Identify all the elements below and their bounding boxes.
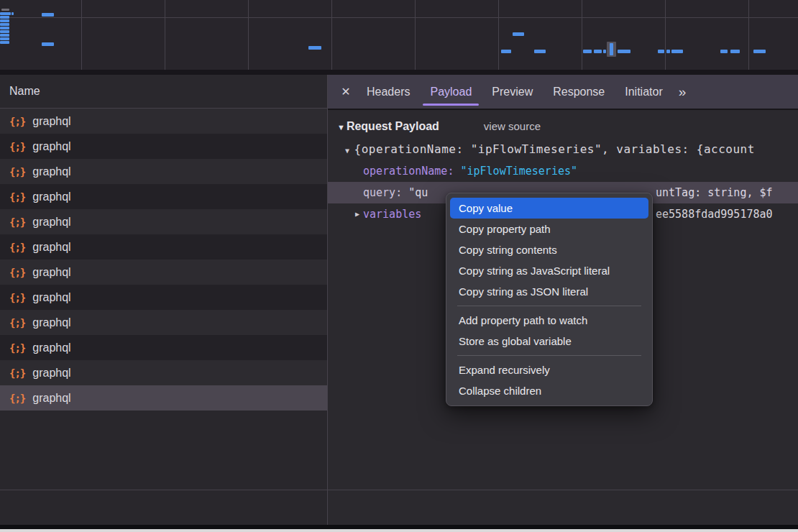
waterfall-gridline <box>331 0 332 70</box>
json-request-icon: {;} <box>9 393 25 404</box>
payload-root-row[interactable]: ▼{operationName: "ipFlowTimeseries", var… <box>328 139 798 160</box>
network-request-row[interactable]: {;}graphql <box>0 385 327 411</box>
waterfall-bar <box>534 50 546 53</box>
waterfall-bar <box>658 50 664 53</box>
details-tab-bar: ✕ HeadersPayloadPreviewResponseInitiator… <box>328 75 798 110</box>
menu-item-copy-string-as-javascript-literal[interactable]: Copy string as JavaScript literal <box>450 260 648 281</box>
json-request-icon: {;} <box>9 317 25 329</box>
network-request-row[interactable]: {;}graphql <box>0 360 327 385</box>
waterfall-gridline <box>415 0 416 70</box>
expand-caret-icon[interactable]: ▶ <box>355 203 359 225</box>
collapse-caret-icon[interactable]: ▼ <box>337 123 345 132</box>
waterfall-bar <box>0 34 9 37</box>
request-name-label: graphql <box>32 165 70 178</box>
json-request-icon: {;} <box>9 342 25 354</box>
request-name-label: graphql <box>32 291 70 304</box>
waterfall-bar <box>583 50 592 53</box>
waterfall-bar <box>0 30 9 33</box>
request-name-label: graphql <box>32 392 70 405</box>
tab-response[interactable]: Response <box>543 75 615 109</box>
requests-list: {;}graphql{;}graphql{;}graphql{;}graphql… <box>0 109 327 411</box>
network-request-row[interactable]: {;}graphql <box>0 159 327 184</box>
payload-root-preview: {operationName: "ipFlowTimeseries", vari… <box>354 142 755 156</box>
property-key: operationName: <box>363 165 454 178</box>
waterfall-bar <box>501 50 511 53</box>
tab-preview[interactable]: Preview <box>482 75 543 109</box>
requests-list-panel: Name {;}graphql{;}graphql{;}graphql{;}gr… <box>0 75 327 532</box>
request-name-label: graphql <box>32 191 70 203</box>
screenshot-bottom-edge <box>0 529 798 532</box>
waterfall-bar <box>0 41 9 44</box>
waterfall-gridline <box>165 0 165 70</box>
request-name-label: graphql <box>32 140 70 153</box>
name-column-label: Name <box>9 85 40 98</box>
menu-item-copy-string-contents[interactable]: Copy string contents <box>450 239 648 260</box>
waterfall-bar <box>1 9 9 11</box>
menu-divider <box>457 355 641 356</box>
menu-item-copy-string-as-json-literal[interactable]: Copy string as JSON literal <box>450 281 648 302</box>
tab-headers[interactable]: Headers <box>357 75 420 109</box>
waterfall-bar <box>513 32 524 36</box>
waterfall-bar <box>720 50 728 53</box>
menu-item-add-property-path-to-watch[interactable]: Add property path to watch <box>450 310 648 331</box>
waterfall-bar <box>730 50 740 53</box>
waterfall-bar <box>594 50 602 53</box>
waterfall-gridline <box>248 0 249 70</box>
waterfall-bar <box>0 12 11 15</box>
request-name-label: graphql <box>32 316 70 329</box>
close-icon[interactable]: ✕ <box>335 85 357 98</box>
expand-caret-icon[interactable]: ▼ <box>345 147 350 155</box>
waterfall-bar <box>0 16 9 19</box>
property-value-clipped: untTag: string, $f <box>656 182 773 203</box>
network-request-row[interactable]: {;}graphql <box>0 335 327 360</box>
json-request-icon: {;} <box>9 242 25 253</box>
view-source-link[interactable]: view source <box>484 120 541 132</box>
network-request-row[interactable]: {;}graphql <box>0 285 327 310</box>
waterfall-bar <box>308 46 321 50</box>
panel-splitter[interactable] <box>327 75 328 529</box>
details-tabs: HeadersPayloadPreviewResponseInitiator <box>357 75 673 109</box>
more-tabs-icon[interactable]: » <box>679 84 685 100</box>
json-request-icon: {;} <box>9 141 25 152</box>
menu-divider <box>457 306 641 306</box>
network-request-row[interactable]: {;}graphql <box>0 310 327 335</box>
waterfall-bar <box>610 43 613 55</box>
json-request-icon: {;} <box>9 267 25 278</box>
network-request-row[interactable]: {;}graphql <box>0 134 327 159</box>
context-menu: Copy valueCopy property pathCopy string … <box>446 193 653 406</box>
network-request-row[interactable]: {;}graphql <box>0 209 327 234</box>
network-request-row[interactable]: {;}graphql <box>0 184 327 209</box>
operation-name-row[interactable]: operationName: "ipFlowTimeseries" <box>328 160 798 182</box>
menu-item-store-as-global-variable[interactable]: Store as global variable <box>450 331 648 352</box>
devtools-network-panel: Name {;}graphql{;}graphql{;}graphql{;}gr… <box>0 0 798 532</box>
request-payload-title: Request Payload <box>347 120 439 133</box>
network-request-row[interactable]: {;}graphql <box>0 260 327 285</box>
request-name-label: graphql <box>32 367 70 380</box>
network-request-row[interactable]: {;}graphql <box>0 109 327 134</box>
tab-payload[interactable]: Payload <box>420 75 482 109</box>
waterfall-bar <box>0 23 9 26</box>
footer-divider <box>0 490 798 490</box>
waterfall-gridline <box>582 0 582 70</box>
json-request-icon: {;} <box>9 116 25 127</box>
waterfall-gridline <box>665 0 666 70</box>
property-value: "ipFlowTimeseries" <box>460 165 577 178</box>
waterfall-bar <box>0 19 9 22</box>
waterfall-bar <box>0 37 9 40</box>
tab-initiator[interactable]: Initiator <box>615 75 672 109</box>
menu-item-copy-property-path[interactable]: Copy property path <box>450 219 648 239</box>
waterfall-bar <box>42 13 54 17</box>
menu-item-copy-value[interactable]: Copy value <box>450 198 648 219</box>
waterfall-gridline <box>748 0 749 70</box>
network-overview-waterfall[interactable] <box>0 0 798 70</box>
menu-item-expand-recursively[interactable]: Expand recursively <box>450 359 648 380</box>
menu-item-collapse-children[interactable]: Collapse children <box>450 380 648 401</box>
name-column-header[interactable]: Name <box>0 75 327 109</box>
request-name-label: graphql <box>32 266 70 279</box>
network-request-row[interactable]: {;}graphql <box>0 234 327 260</box>
request-name-label: graphql <box>32 216 70 229</box>
property-value-start: "qu <box>408 186 428 199</box>
json-request-icon: {;} <box>9 216 25 228</box>
waterfall-bar <box>0 27 9 29</box>
waterfall-bar <box>671 50 683 53</box>
